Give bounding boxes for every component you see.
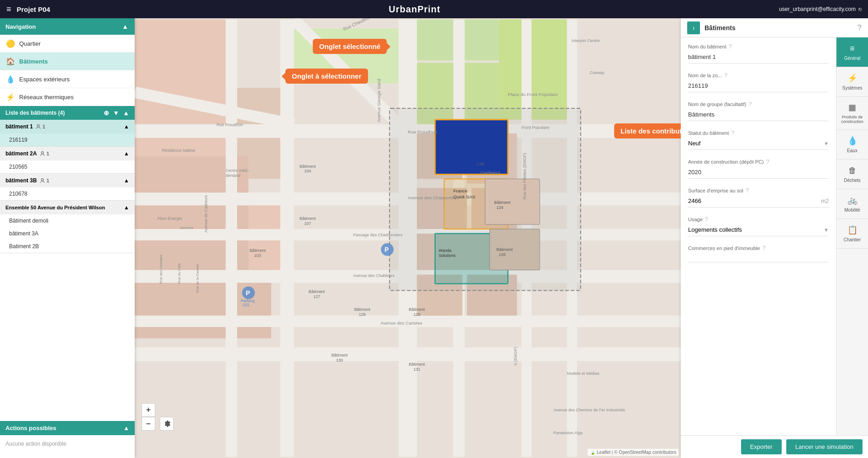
bottom-action-bar: Exporter Lancer une simulation bbox=[681, 435, 868, 458]
sidebar-tabs: ≡ Général ⚡ Systèmes ▦ Produits de const… bbox=[836, 37, 868, 435]
field-help-icon-4[interactable]: ? bbox=[766, 158, 769, 165]
building-group-2a: bâtiment 2A 1 ▲ 210565 bbox=[0, 147, 135, 174]
right-panel-title: Bâtiments bbox=[705, 24, 857, 32]
svg-rect-21 bbox=[226, 20, 237, 457]
map-area[interactable]: France Quick SAS Wanda Solutions Bâtimen… bbox=[135, 18, 681, 458]
layer-icon[interactable]: ⊕ bbox=[104, 109, 109, 117]
logout-icon[interactable]: ⎋ bbox=[858, 6, 862, 12]
svg-text:Avenue George Sand: Avenue George Sand bbox=[376, 79, 381, 122]
actions-collapse-icon[interactable]: ▲ bbox=[123, 425, 129, 431]
svg-text:Rue des Céréales: Rue des Céréales bbox=[159, 255, 163, 284]
svg-rect-20 bbox=[280, 20, 294, 457]
filter-icon[interactable]: ▼ bbox=[113, 109, 119, 117]
sub-item-216119[interactable]: 216119 bbox=[0, 133, 135, 146]
tab-produits[interactable]: ▦ Produits de construction bbox=[836, 97, 868, 130]
building-1-toggle[interactable]: ▲ bbox=[124, 123, 129, 130]
tab-systemes[interactable]: ⚡ Systèmes bbox=[836, 67, 868, 97]
navigation-header: Navigation ▲ bbox=[0, 18, 135, 35]
tab-mobilite[interactable]: 🚲 Mobilité bbox=[836, 189, 868, 219]
field-help-icon-2[interactable]: ? bbox=[748, 101, 752, 107]
field-help-icon-5[interactable]: ? bbox=[746, 187, 749, 194]
building-row-ensemble[interactable]: Ensemble 50 Avenue du Président Wilson ▲ bbox=[0, 201, 135, 214]
field-value-nom-batiment[interactable]: bâtiment 1 bbox=[688, 52, 829, 64]
field-help-icon-1[interactable]: ? bbox=[724, 72, 727, 79]
sub-item-3a[interactable]: bâtiment 3A bbox=[0, 227, 135, 240]
building-name-1: bâtiment 1 bbox=[5, 123, 33, 130]
svg-text:Front Populaire: Front Populaire bbox=[521, 125, 549, 130]
form-area: Nom du bâtiment ? bâtiment 1 Nom de la z… bbox=[681, 37, 836, 435]
brand-logo: UrbanPrint bbox=[389, 4, 440, 15]
sub-item-210678[interactable]: 210678 bbox=[0, 187, 135, 200]
svg-text:Wanda: Wanda bbox=[439, 248, 452, 253]
field-help-icon-3[interactable]: ? bbox=[731, 129, 734, 136]
field-surface: Surface d'emprise au sol ? 2466 m2 bbox=[688, 187, 829, 208]
building-row-2a[interactable]: bâtiment 2A 1 ▲ bbox=[0, 147, 135, 160]
sub-item-demoli[interactable]: Bâtiment demoli bbox=[0, 214, 135, 227]
svg-text:Gardimoux: Gardimoux bbox=[480, 170, 500, 175]
project-title: Projet P04 bbox=[17, 5, 50, 13]
tab-dechets[interactable]: 🗑 Déchets bbox=[836, 160, 868, 189]
sidebar-item-espaces[interactable]: 💧 Espaces extérieurs bbox=[0, 70, 135, 88]
menu-icon[interactable]: ≡ bbox=[6, 5, 11, 14]
zoom-out-button[interactable]: − bbox=[142, 417, 155, 431]
building-row-1[interactable]: bâtiment 1 1 ▲ bbox=[0, 120, 135, 133]
map-zoom-controls: + − bbox=[142, 403, 155, 431]
building-3b-toggle[interactable]: ▲ bbox=[124, 177, 129, 184]
sidebar-item-batiments[interactable]: 🏠 Bâtiments bbox=[0, 53, 135, 70]
field-value-nom-zone[interactable]: 216119 bbox=[688, 80, 829, 92]
exporter-button[interactable]: Exporter bbox=[741, 439, 782, 454]
svg-rect-42 bbox=[485, 179, 540, 224]
batiments-icon: 🏠 bbox=[6, 57, 15, 65]
field-value-nom-groupe[interactable]: Bâtiments bbox=[688, 109, 829, 121]
sub-item-210565[interactable]: 210565 bbox=[0, 160, 135, 173]
buildings-collapse-icon[interactable]: ▲ bbox=[123, 109, 129, 117]
tooltip-liste-contributeurs: Liste des contributeurs bbox=[614, 123, 681, 138]
field-help-icon-0[interactable]: ? bbox=[729, 43, 732, 50]
svg-text:101: 101 bbox=[242, 303, 249, 308]
svg-text:130: 130 bbox=[336, 358, 343, 362]
field-help-icon-7[interactable]: ? bbox=[762, 245, 765, 251]
field-select-statut[interactable]: Neuf ▼ bbox=[688, 138, 829, 150]
tooltip-onglet-selectionne: Onglet sélectionné bbox=[313, 39, 387, 54]
field-value-annee[interactable]: 2020 bbox=[688, 167, 829, 179]
zoom-in-button[interactable]: + bbox=[142, 403, 155, 417]
field-help-icon-6[interactable]: ? bbox=[705, 216, 708, 223]
svg-text:P: P bbox=[384, 246, 389, 253]
produits-icon: ▦ bbox=[848, 102, 856, 112]
right-panel-help-icon[interactable]: ? bbox=[857, 24, 862, 32]
svg-text:Bâtiment: Bâtiment bbox=[249, 248, 266, 253]
sub-item-2b[interactable]: Batiment 2B bbox=[0, 240, 135, 253]
svg-rect-19 bbox=[135, 347, 681, 361]
svg-text:P: P bbox=[246, 289, 250, 297]
svg-text:Dentora: Dentora bbox=[180, 226, 194, 230]
sidebar-item-quartier[interactable]: 🟡 Quartier bbox=[0, 35, 135, 53]
svg-text:Avenue des Caristes: Avenue des Caristes bbox=[380, 320, 422, 325]
svg-text:Bâtiment: Bâtiment bbox=[354, 307, 371, 312]
systemes-icon: ⚡ bbox=[847, 73, 857, 83]
svg-text:Rue de la Canelle: Rue de la Canelle bbox=[195, 264, 200, 293]
sidebar-item-reseaux[interactable]: ⚡ Réseaux thermiques bbox=[0, 88, 135, 106]
tab-eaux[interactable]: 💧 Eaux bbox=[836, 130, 868, 160]
building-2a-toggle[interactable]: ▲ bbox=[124, 150, 129, 157]
tab-general[interactable]: ≡ Général bbox=[836, 37, 868, 67]
field-value-surface[interactable]: 2466 m2 bbox=[688, 196, 829, 208]
map-background: France Quick SAS Wanda Solutions Bâtimen… bbox=[135, 18, 681, 458]
tab-chantier[interactable]: 📋 Chantier bbox=[836, 219, 868, 249]
navigation-collapse-btn[interactable]: ▲ bbox=[121, 22, 129, 31]
user-info: user_urbanprint@efficacity.com ⎋ bbox=[779, 6, 862, 12]
map-settings-button[interactable] bbox=[160, 417, 174, 431]
field-value-commerces[interactable] bbox=[688, 253, 829, 262]
topbar: ≡ Projet P04 UrbanPrint user_urbanprint@… bbox=[0, 0, 868, 18]
actions-section: Actions possibles ▲ Aucune action dispon… bbox=[0, 421, 135, 458]
statut-dropdown-arrow: ▼ bbox=[824, 141, 829, 146]
navigation-title: Navigation bbox=[5, 23, 36, 30]
building-group-3b: bâtiment 3B 1 ▲ 210678 bbox=[0, 174, 135, 201]
simulation-button[interactable]: Lancer une simulation bbox=[786, 439, 863, 454]
quartier-icon: 🟡 bbox=[6, 39, 15, 48]
right-panel-collapse-btn[interactable]: › bbox=[687, 21, 700, 34]
svg-text:Avenue des Chemins de Fer Indu: Avenue des Chemins de Fer Industriels bbox=[553, 408, 625, 412]
building-ensemble-toggle[interactable]: ▲ bbox=[124, 204, 129, 211]
building-row-3b[interactable]: bâtiment 3B 1 ▲ bbox=[0, 174, 135, 187]
right-panel-header: › Bâtiments ? bbox=[681, 18, 868, 37]
field-select-usage[interactable]: Logements collectifs ▼ bbox=[688, 224, 829, 236]
